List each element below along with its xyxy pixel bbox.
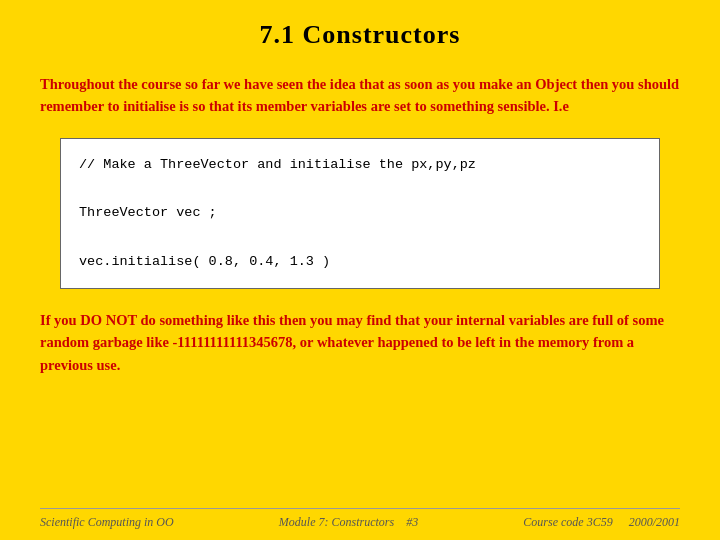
code-line-3: vec.initialise( 0.8, 0.4, 1.3 ) <box>79 250 641 274</box>
warning-paragraph: If you DO NOT do something like this the… <box>40 309 680 376</box>
footer-course-code: Course code 3C59 <box>523 515 612 530</box>
slide-footer: Scientific Computing in OO Module 7: Con… <box>40 508 680 530</box>
footer-right-info: Course code 3C59 2000/2001 <box>523 515 680 530</box>
footer-course-name: Scientific Computing in OO <box>40 515 174 530</box>
slide: 7.1 Constructors Throughout the course s… <box>0 0 720 540</box>
intro-paragraph: Throughout the course so far we have see… <box>40 74 680 118</box>
code-line-1: // Make a ThreeVector and initialise the… <box>79 153 641 177</box>
code-line-blank-2 <box>79 225 641 249</box>
code-line-2: ThreeVector vec ; <box>79 201 641 225</box>
code-line-blank-1 <box>79 177 641 201</box>
footer-year: 2000/2001 <box>629 515 680 530</box>
footer-module-info: Module 7: Constructors #3 <box>279 515 418 530</box>
code-block: // Make a ThreeVector and initialise the… <box>60 138 660 289</box>
footer-module: Module 7: Constructors <box>279 515 394 530</box>
footer-page: #3 <box>406 515 418 530</box>
slide-title: 7.1 Constructors <box>40 20 680 50</box>
